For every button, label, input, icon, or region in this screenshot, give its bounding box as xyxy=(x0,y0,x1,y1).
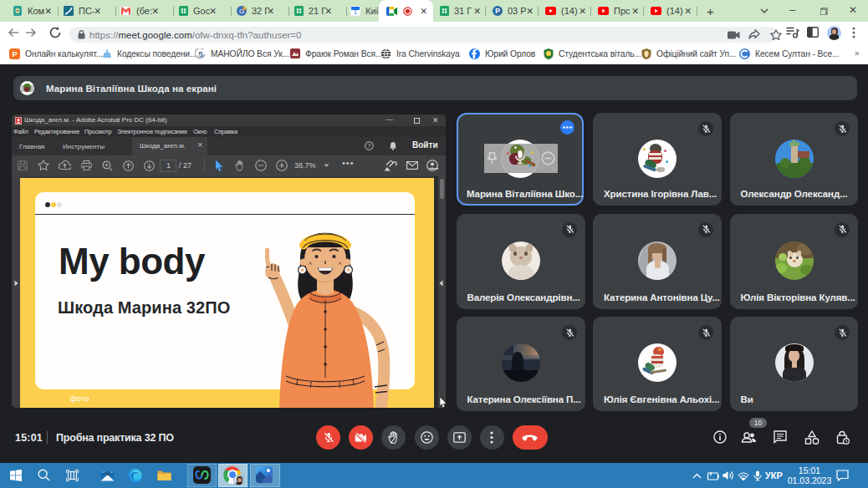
svg-text:S: S xyxy=(198,50,203,58)
svg-text:P: P xyxy=(13,50,18,58)
svg-text:P: P xyxy=(495,7,500,15)
svg-text:1: 1 xyxy=(354,9,357,15)
svg-text:?: ? xyxy=(368,143,371,149)
